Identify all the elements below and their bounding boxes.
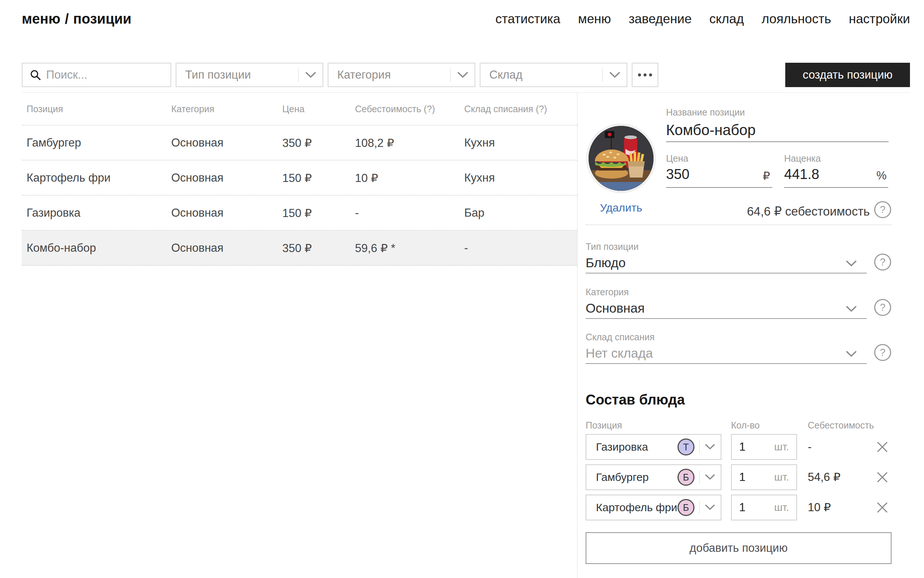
table-row[interactable]: Гамбургер Основная 350 ₽ 108,2 ₽ Кухня xyxy=(22,125,577,161)
markup-field-label: Наценка xyxy=(784,153,821,164)
ingredient-name: Гамбургер xyxy=(596,471,678,484)
divider xyxy=(699,471,700,484)
warehouse-filter-dropdown[interactable]: Склад xyxy=(480,63,627,87)
search-box xyxy=(22,63,171,87)
type-filter-dropdown[interactable]: Тип позиции xyxy=(176,63,323,87)
cell-cost: 59,6 ₽ * xyxy=(355,241,395,255)
composition-col-cost: Себестоимость xyxy=(808,420,874,431)
quantity-box: шт. xyxy=(731,434,797,460)
search-icon xyxy=(30,69,41,81)
warehouse-select[interactable]: Нет склада xyxy=(585,346,653,360)
ellipsis-icon xyxy=(638,73,641,76)
help-icon[interactable]: ? xyxy=(874,253,891,271)
chevron-down-icon xyxy=(457,72,468,78)
cell-price: 150 ₽ xyxy=(282,206,312,219)
cell-category: Основная xyxy=(171,241,224,255)
help-icon[interactable]: ? xyxy=(874,201,891,218)
table-row[interactable]: Газировка Основная 150 ₽ - Бар xyxy=(22,196,577,231)
cell-position: Газировка xyxy=(27,206,81,219)
add-ingredient-button[interactable]: добавить позицию xyxy=(585,532,892,564)
ingredient-type-badge: Б xyxy=(678,499,694,516)
nav-item-loyalty[interactable]: лояльность xyxy=(762,11,831,26)
quantity-unit: шт. xyxy=(774,502,789,513)
ingredient-select[interactable]: Гамбургер Б xyxy=(585,464,721,490)
divider xyxy=(699,501,700,514)
help-icon[interactable]: ? xyxy=(874,299,891,316)
chevron-down-icon xyxy=(846,306,856,312)
menu-positions-page: меню/позиции статистика меню заведение с… xyxy=(0,0,924,578)
category-field-underline xyxy=(585,318,867,319)
nav-item-settings[interactable]: настройки xyxy=(849,11,910,26)
column-header-position: Позиция xyxy=(27,103,63,114)
quantity-input[interactable] xyxy=(739,501,761,514)
category-filter-dropdown[interactable]: Категория xyxy=(328,63,475,87)
type-filter-label: Тип позиции xyxy=(185,68,251,81)
composition-row: Газировка Т шт. - xyxy=(585,434,892,460)
create-position-button[interactable]: создать позицию xyxy=(785,63,910,87)
warehouse-field-underline xyxy=(585,363,867,364)
remove-ingredient-button[interactable] xyxy=(875,501,889,514)
close-icon xyxy=(875,440,889,454)
cell-cost: - xyxy=(355,206,359,219)
close-icon xyxy=(875,471,889,484)
quantity-input[interactable] xyxy=(739,471,761,484)
remove-ingredient-button[interactable] xyxy=(875,471,889,484)
main-nav: статистика меню заведение склад лояльнос… xyxy=(496,11,910,26)
type-select[interactable]: Блюдо xyxy=(585,255,626,270)
composition-row: Гамбургер Б шт. 54,6 ₽ xyxy=(585,464,892,490)
category-select[interactable]: Основная xyxy=(585,301,645,316)
table-header-row: Позиция Категория Цена Себестоимость (?)… xyxy=(22,93,577,125)
cell-cost: 10 ₽ xyxy=(355,171,378,185)
search-input[interactable] xyxy=(46,68,164,81)
ingredient-cost: 10 ₽ xyxy=(808,495,831,520)
category-filter-controls xyxy=(450,63,475,86)
warehouse-field-label: Склад списания xyxy=(585,332,655,343)
table-row[interactable]: Картофель фри Основная 150 ₽ 10 ₽ Кухня xyxy=(22,161,577,196)
composition-title: Состав блюда xyxy=(585,392,685,408)
name-field-label: Название позиции xyxy=(666,107,745,118)
chevron-down-icon xyxy=(705,505,715,510)
cell-position: Картофель фри xyxy=(27,171,111,185)
warehouse-filter-label: Склад xyxy=(489,68,522,81)
cell-cost: 108,2 ₽ xyxy=(355,136,394,149)
top-bar: меню/позиции статистика меню заведение с… xyxy=(22,8,910,29)
position-detail-panel: Удалить Название позиции Комбо-набор Цен… xyxy=(585,92,892,578)
nav-item-warehouse[interactable]: склад xyxy=(709,11,744,26)
price-field-label: Цена xyxy=(666,153,688,164)
cell-price: 150 ₽ xyxy=(282,171,312,185)
table-row-selected[interactable]: Комбо-набор Основная 350 ₽ 59,6 ₽ * - xyxy=(22,231,577,266)
column-header-cost: Себестоимость (?) xyxy=(355,103,435,114)
dish-photo[interactable] xyxy=(587,124,655,193)
breadcrumb-section: меню xyxy=(22,11,60,27)
markup-field-value[interactable]: 441.8 xyxy=(784,166,819,182)
ellipsis-icon xyxy=(649,73,652,76)
remove-ingredient-button[interactable] xyxy=(875,440,889,454)
help-icon[interactable]: ? xyxy=(874,344,891,361)
category-filter-label: Категория xyxy=(337,68,391,81)
ingredient-select[interactable]: Газировка Т xyxy=(585,434,721,460)
chevron-down-icon xyxy=(610,72,620,78)
ingredient-select[interactable]: Картофель фри Б xyxy=(585,495,721,520)
name-field-underline xyxy=(666,141,888,142)
type-field-label: Тип позиции xyxy=(585,241,639,252)
name-field-value[interactable]: Комбо-набор xyxy=(666,122,756,138)
divider xyxy=(699,440,700,454)
composition-row: Картофель фри Б шт. 10 ₽ xyxy=(585,495,892,520)
price-currency-suffix: ₽ xyxy=(763,169,770,183)
type-field-underline xyxy=(585,273,867,273)
type-filter-controls xyxy=(298,63,323,86)
more-filters-button[interactable] xyxy=(632,63,658,87)
nav-item-menu[interactable]: меню xyxy=(578,11,611,26)
quantity-input[interactable] xyxy=(739,440,761,454)
delete-photo-link[interactable]: Удалить xyxy=(587,201,655,214)
composition-col-qty: Кол-во xyxy=(731,420,760,431)
cell-warehouse: Кухня xyxy=(464,171,495,185)
chevron-down-icon xyxy=(846,261,856,267)
markup-unit-suffix: % xyxy=(876,169,887,182)
panel-divider xyxy=(577,92,577,578)
chevron-down-icon xyxy=(705,444,715,450)
nav-item-statistics[interactable]: статистика xyxy=(496,11,561,26)
nav-item-venue[interactable]: заведение xyxy=(629,11,692,26)
close-icon xyxy=(875,501,889,514)
price-field-value[interactable]: 350 xyxy=(666,166,689,182)
